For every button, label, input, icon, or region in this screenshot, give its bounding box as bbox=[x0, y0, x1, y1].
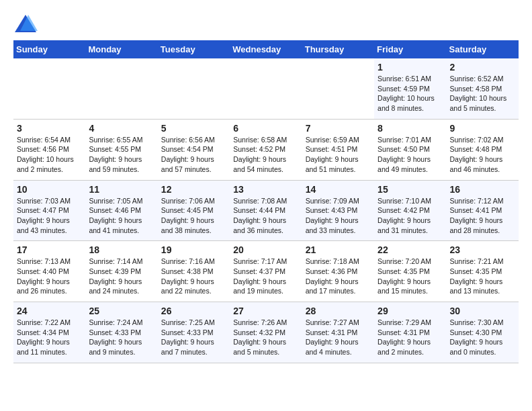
day-cell bbox=[158, 58, 230, 119]
day-info: Sunrise: 7:24 AM Sunset: 4:33 PM Dayligh… bbox=[89, 318, 154, 357]
weekday-header-row: SundayMondayTuesdayWednesdayThursdayFrid… bbox=[13, 40, 519, 58]
day-info: Sunrise: 7:30 AM Sunset: 4:30 PM Dayligh… bbox=[450, 318, 515, 357]
day-info: Sunrise: 7:18 AM Sunset: 4:36 PM Dayligh… bbox=[306, 257, 371, 296]
header bbox=[13, 13, 519, 34]
calendar-table: SundayMondayTuesdayWednesdayThursdayFrid… bbox=[13, 40, 519, 363]
day-number: 14 bbox=[306, 184, 371, 195]
day-info: Sunrise: 7:10 AM Sunset: 4:42 PM Dayligh… bbox=[378, 196, 443, 236]
day-number: 3 bbox=[17, 123, 82, 134]
day-cell: 1Sunrise: 6:51 AM Sunset: 4:59 PM Daylig… bbox=[374, 58, 446, 119]
day-cell: 9Sunrise: 7:02 AM Sunset: 4:48 PM Daylig… bbox=[447, 119, 519, 180]
day-info: Sunrise: 7:06 AM Sunset: 4:45 PM Dayligh… bbox=[161, 196, 226, 236]
day-info: Sunrise: 6:52 AM Sunset: 4:58 PM Dayligh… bbox=[450, 74, 515, 113]
day-info: Sunrise: 7:26 AM Sunset: 4:32 PM Dayligh… bbox=[233, 318, 298, 357]
day-info: Sunrise: 7:29 AM Sunset: 4:31 PM Dayligh… bbox=[378, 318, 443, 357]
day-info: Sunrise: 6:54 AM Sunset: 4:56 PM Dayligh… bbox=[17, 135, 82, 175]
day-cell: 29Sunrise: 7:29 AM Sunset: 4:31 PM Dayli… bbox=[374, 302, 446, 363]
day-cell: 12Sunrise: 7:06 AM Sunset: 4:45 PM Dayli… bbox=[158, 180, 230, 241]
day-number: 23 bbox=[450, 244, 515, 255]
weekday-header-friday: Friday bbox=[374, 40, 446, 58]
day-cell: 27Sunrise: 7:26 AM Sunset: 4:32 PM Dayli… bbox=[230, 302, 302, 363]
day-info: Sunrise: 7:17 AM Sunset: 4:37 PM Dayligh… bbox=[233, 257, 298, 296]
day-cell: 26Sunrise: 7:25 AM Sunset: 4:33 PM Dayli… bbox=[158, 302, 230, 363]
day-cell: 3Sunrise: 6:54 AM Sunset: 4:56 PM Daylig… bbox=[13, 119, 85, 180]
day-cell: 30Sunrise: 7:30 AM Sunset: 4:30 PM Dayli… bbox=[447, 302, 519, 363]
day-info: Sunrise: 6:56 AM Sunset: 4:54 PM Dayligh… bbox=[161, 135, 226, 175]
weekday-header-sunday: Sunday bbox=[13, 40, 85, 58]
day-info: Sunrise: 7:21 AM Sunset: 4:35 PM Dayligh… bbox=[450, 257, 515, 296]
day-cell: 11Sunrise: 7:05 AM Sunset: 4:46 PM Dayli… bbox=[85, 180, 157, 241]
weekday-header-monday: Monday bbox=[85, 40, 157, 58]
day-cell: 20Sunrise: 7:17 AM Sunset: 4:37 PM Dayli… bbox=[230, 241, 302, 302]
week-row-3: 10Sunrise: 7:03 AM Sunset: 4:47 PM Dayli… bbox=[13, 180, 519, 241]
day-cell bbox=[302, 58, 374, 119]
day-info: Sunrise: 7:20 AM Sunset: 4:35 PM Dayligh… bbox=[378, 257, 443, 296]
day-number: 21 bbox=[306, 244, 371, 255]
day-info: Sunrise: 7:13 AM Sunset: 4:40 PM Dayligh… bbox=[17, 257, 82, 296]
day-cell: 6Sunrise: 6:58 AM Sunset: 4:52 PM Daylig… bbox=[230, 119, 302, 180]
week-row-4: 17Sunrise: 7:13 AM Sunset: 4:40 PM Dayli… bbox=[13, 241, 519, 302]
day-number: 5 bbox=[161, 123, 226, 134]
day-number: 16 bbox=[450, 184, 515, 195]
day-cell: 21Sunrise: 7:18 AM Sunset: 4:36 PM Dayli… bbox=[302, 241, 374, 302]
day-cell: 18Sunrise: 7:14 AM Sunset: 4:39 PM Dayli… bbox=[85, 241, 157, 302]
day-info: Sunrise: 7:27 AM Sunset: 4:31 PM Dayligh… bbox=[306, 318, 371, 357]
day-cell: 22Sunrise: 7:20 AM Sunset: 4:35 PM Dayli… bbox=[374, 241, 446, 302]
day-number: 25 bbox=[89, 306, 154, 316]
weekday-header-saturday: Saturday bbox=[447, 40, 519, 58]
logo bbox=[13, 13, 42, 34]
day-info: Sunrise: 7:05 AM Sunset: 4:46 PM Dayligh… bbox=[89, 196, 154, 236]
day-number: 10 bbox=[17, 184, 82, 195]
day-number: 17 bbox=[17, 244, 82, 255]
day-number: 30 bbox=[450, 306, 515, 316]
day-number: 2 bbox=[450, 62, 515, 73]
weekday-header-wednesday: Wednesday bbox=[230, 40, 302, 58]
day-number: 4 bbox=[89, 123, 154, 134]
day-info: Sunrise: 7:16 AM Sunset: 4:38 PM Dayligh… bbox=[161, 257, 226, 296]
day-cell: 13Sunrise: 7:08 AM Sunset: 4:44 PM Dayli… bbox=[230, 180, 302, 241]
day-info: Sunrise: 7:14 AM Sunset: 4:39 PM Dayligh… bbox=[89, 257, 154, 296]
day-info: Sunrise: 7:03 AM Sunset: 4:47 PM Dayligh… bbox=[17, 196, 82, 236]
day-number: 22 bbox=[378, 244, 443, 255]
day-number: 28 bbox=[306, 306, 371, 316]
day-number: 13 bbox=[233, 184, 298, 195]
day-info: Sunrise: 6:55 AM Sunset: 4:55 PM Dayligh… bbox=[89, 135, 154, 175]
day-cell: 19Sunrise: 7:16 AM Sunset: 4:38 PM Dayli… bbox=[158, 241, 230, 302]
day-info: Sunrise: 6:59 AM Sunset: 4:51 PM Dayligh… bbox=[306, 135, 371, 175]
day-number: 24 bbox=[17, 306, 82, 316]
day-cell bbox=[85, 58, 157, 119]
day-number: 29 bbox=[378, 306, 443, 316]
day-number: 18 bbox=[89, 244, 154, 255]
day-cell: 10Sunrise: 7:03 AM Sunset: 4:47 PM Dayli… bbox=[13, 180, 85, 241]
day-number: 8 bbox=[378, 123, 443, 134]
day-cell: 14Sunrise: 7:09 AM Sunset: 4:43 PM Dayli… bbox=[302, 180, 374, 241]
day-number: 12 bbox=[161, 184, 226, 195]
day-cell: 2Sunrise: 6:52 AM Sunset: 4:58 PM Daylig… bbox=[447, 58, 519, 119]
day-cell: 25Sunrise: 7:24 AM Sunset: 4:33 PM Dayli… bbox=[85, 302, 157, 363]
day-number: 20 bbox=[233, 244, 298, 255]
day-number: 6 bbox=[233, 123, 298, 134]
day-cell: 23Sunrise: 7:21 AM Sunset: 4:35 PM Dayli… bbox=[447, 241, 519, 302]
day-number: 11 bbox=[89, 184, 154, 195]
day-info: Sunrise: 7:22 AM Sunset: 4:34 PM Dayligh… bbox=[17, 318, 82, 357]
day-number: 27 bbox=[233, 306, 298, 316]
day-cell: 28Sunrise: 7:27 AM Sunset: 4:31 PM Dayli… bbox=[302, 302, 374, 363]
day-info: Sunrise: 7:02 AM Sunset: 4:48 PM Dayligh… bbox=[450, 135, 515, 175]
day-number: 19 bbox=[161, 244, 226, 255]
week-row-1: 1Sunrise: 6:51 AM Sunset: 4:59 PM Daylig… bbox=[13, 58, 519, 119]
weekday-header-thursday: Thursday bbox=[302, 40, 374, 58]
day-cell: 17Sunrise: 7:13 AM Sunset: 4:40 PM Dayli… bbox=[13, 241, 85, 302]
day-cell: 5Sunrise: 6:56 AM Sunset: 4:54 PM Daylig… bbox=[158, 119, 230, 180]
day-info: Sunrise: 6:58 AM Sunset: 4:52 PM Dayligh… bbox=[233, 135, 298, 175]
weekday-header-tuesday: Tuesday bbox=[158, 40, 230, 58]
day-cell: 4Sunrise: 6:55 AM Sunset: 4:55 PM Daylig… bbox=[85, 119, 157, 180]
day-number: 1 bbox=[378, 62, 443, 73]
logo-icon bbox=[13, 13, 38, 34]
day-cell bbox=[13, 58, 85, 119]
day-info: Sunrise: 6:51 AM Sunset: 4:59 PM Dayligh… bbox=[378, 74, 443, 113]
week-row-5: 24Sunrise: 7:22 AM Sunset: 4:34 PM Dayli… bbox=[13, 302, 519, 363]
day-info: Sunrise: 7:08 AM Sunset: 4:44 PM Dayligh… bbox=[233, 196, 298, 236]
day-number: 7 bbox=[306, 123, 371, 134]
day-cell: 7Sunrise: 6:59 AM Sunset: 4:51 PM Daylig… bbox=[302, 119, 374, 180]
day-cell: 16Sunrise: 7:12 AM Sunset: 4:41 PM Dayli… bbox=[447, 180, 519, 241]
